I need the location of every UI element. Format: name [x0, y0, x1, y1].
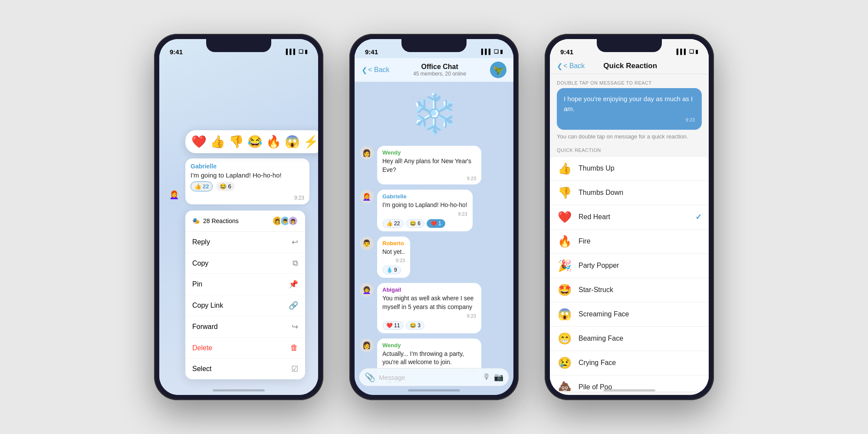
select-icon: ☑ [291, 364, 298, 374]
qr-back-button[interactable]: ❮ < Back [557, 62, 585, 70]
qr-item-party[interactable]: 🎉 Party Popper [550, 254, 709, 278]
reaction-thumbsup[interactable]: 👍 22 [191, 181, 213, 191]
fire-emoji: 🔥 [557, 235, 572, 248]
wendy-name-2: Wendy [382, 342, 476, 349]
beaming-label: Beaming Face [579, 335, 702, 342]
message-input[interactable]: Message [379, 374, 479, 381]
context-item-copylink[interactable]: Copy Link 🔗 [185, 295, 305, 316]
pin-icon: 📌 [289, 279, 298, 289]
context-forward-label: Forward [192, 323, 218, 331]
notch-2 [401, 39, 467, 52]
chat-msg-wendy-1: 👩 Wendy Hey all! Any plans for New Year'… [360, 146, 508, 184]
attachment-icon[interactable]: 📎 [365, 372, 375, 382]
reaction-emoji-heart[interactable]: ❤️ [191, 135, 207, 149]
reaction-emoji-fire[interactable]: 🔥 [266, 135, 281, 149]
reaction-laugh[interactable]: 😂 6 [216, 182, 234, 191]
poo-emoji: 💩 [557, 381, 572, 391]
context-item-copy[interactable]: Copy ⧉ [185, 253, 305, 274]
qr-preview-bubble: I hope you're enjoying your day as much … [557, 88, 702, 130]
selected-checkmark: ✓ [695, 212, 702, 222]
qr-item-beaming[interactable]: 😁 Beaming Face [550, 327, 709, 351]
av-3: 👧 [288, 216, 298, 226]
chat-msg-abigail: 👩‍🦱 Abigail You might as well ask where … [360, 283, 508, 333]
gabrielle-name: Gabrielle [382, 193, 467, 200]
roberto-avatar: 👨 [360, 237, 374, 250]
phone2-background: 9:41 ▌▌▌ ❏ ▮ ❮ < Back Office Chat 45 mem… [355, 39, 513, 395]
chat-nav-bar: ❮ < Back Office Chat 45 members, 20 onli… [355, 58, 513, 82]
reaction-emoji-scream[interactable]: 😱 [285, 135, 300, 149]
chat-back-button[interactable]: ❮ < Back [362, 66, 389, 74]
qr-item-fire[interactable]: 🔥 Fire [550, 230, 709, 254]
status-icons-3: ▌▌▌ ❏ ▮ [677, 49, 698, 55]
gabrielle-avatar: 👩‍🦰 [360, 190, 374, 204]
context-reply-label: Reply [192, 238, 210, 246]
qr-item-thumbsup[interactable]: 👍 Thumbs Up [550, 157, 709, 181]
home-indicator-3 [603, 389, 655, 391]
thumbsup-emoji: 👍 [557, 162, 572, 175]
snowflake-sticker: ❄️ [360, 91, 508, 136]
context-item-forward[interactable]: Forward ↪ [185, 316, 305, 338]
camera-icon[interactable]: 📷 [494, 372, 503, 382]
abigail-bubble[interactable]: Abigail You might as well ask where I se… [377, 283, 481, 333]
thumbsup-label: Thumbs Up [579, 164, 702, 172]
reactions-count-row[interactable]: 🎭 28 Reactions [192, 217, 239, 224]
starstruck-label: Star-Struck [579, 286, 702, 294]
notch-1 [206, 39, 271, 52]
chat-input-bar: 📎 Message 🎙 📷 [359, 368, 509, 386]
gabrielle-bubble[interactable]: Gabrielle I'm going to Lapland! Ho-ho-ho… [377, 190, 473, 231]
reaction-emoji-laugh[interactable]: 😂 [247, 135, 263, 149]
qr-item-crying[interactable]: 😢 Crying Face [550, 351, 709, 375]
beaming-emoji: 😁 [557, 332, 572, 345]
qr-item-poo[interactable]: 💩 Pile of Poo [550, 375, 709, 391]
g-reaction-heart[interactable]: ❤️ 1 [427, 219, 445, 228]
context-pin-label: Pin [192, 280, 202, 288]
a-reaction-heart[interactable]: ❤️ 11 [382, 321, 404, 330]
context-item-reply[interactable]: Reply ↩ [185, 232, 305, 253]
qr-back-label: < Back [563, 62, 585, 70]
a-reaction-laugh[interactable]: 😂 3 [406, 321, 424, 330]
input-icons: 🎙 📷 [483, 372, 503, 382]
g-reaction-laugh[interactable]: 😂 6 [406, 219, 424, 228]
notch-3 [597, 39, 662, 52]
qr-nav-bar: ❮ < Back Quick Reaction [550, 58, 709, 74]
qr-item-starstruck[interactable]: 🤩 Star-Struck [550, 278, 709, 302]
reaction-emoji-bolt[interactable]: ⚡ [303, 135, 318, 149]
reaction-emoji-thumbsup[interactable]: 👍 [210, 135, 225, 149]
qr-item-thumbsdown[interactable]: 👎 Thumbs Down [550, 181, 709, 205]
wendy-bubble-1[interactable]: Wendy Hey all! Any plans for New Year's … [377, 146, 481, 184]
context-item-pin[interactable]: Pin 📌 [185, 274, 305, 295]
roberto-bubble[interactable]: Roberto Not yet.. 9:23 💧 9 [377, 237, 410, 278]
context-msg-text: I'm going to Lapland! Ho-ho-ho! [191, 171, 304, 179]
qr-item-scream[interactable]: 😱 Screaming Face [550, 302, 709, 327]
context-item-select[interactable]: Select ☑ [185, 358, 305, 379]
qr-item-redheart[interactable]: ❤️ Red Heart ✓ [550, 205, 709, 230]
chat-msg-roberto: 👨 Roberto Not yet.. 9:23 💧 9 [360, 237, 508, 278]
phone3-background: 9:41 ▌▌▌ ❏ ▮ ❮ < Back Quick Reaction DOU… [550, 39, 709, 395]
chat-title: Office Chat [389, 63, 490, 71]
redheart-label: Red Heart [579, 213, 695, 221]
context-msg-avatar: 👩‍🦰 [166, 187, 182, 203]
r-reaction-drop[interactable]: 💧 9 [382, 266, 401, 274]
status-time-1: 9:41 [170, 48, 183, 56]
qr-title: Quick Reaction [603, 62, 657, 70]
reaction-emoji-thumbsdown[interactable]: 👎 [229, 135, 244, 149]
scream-label: Screaming Face [579, 310, 702, 318]
redheart-emoji: ❤️ [557, 210, 572, 224]
forward-icon: ↪ [292, 322, 298, 332]
gabrielle-reactions: 👍 22 😂 6 ❤️ 1 [382, 219, 467, 228]
voice-icon[interactable]: 🎙 [483, 372, 490, 382]
starstruck-emoji: 🤩 [557, 283, 572, 297]
delete-icon: 🗑 [290, 343, 298, 352]
abigail-text: You might as well ask where I see myself… [382, 294, 476, 311]
chat-title-area: Office Chat 45 members, 20 online [389, 63, 490, 77]
link-icon: 🔗 [289, 301, 298, 310]
context-copylink-label: Copy Link [192, 302, 223, 309]
context-item-delete[interactable]: Delete 🗑 [185, 338, 305, 358]
context-msg-time: 9:23 [294, 195, 304, 201]
qr-back-chevron-icon: ❮ [557, 62, 562, 70]
copy-icon: ⧉ [293, 259, 298, 268]
g-reaction-thumbsup[interactable]: 👍 22 [382, 219, 404, 228]
chat-group-avatar[interactable]: 🦖 [490, 62, 506, 78]
status-time-3: 9:41 [560, 48, 573, 56]
phone-1: 9:41 ▌▌▌ ❏ ▮ ❤️ 👍 👎 😂 🔥 😱 ⚡ Gabrielle I'… [154, 34, 323, 400]
